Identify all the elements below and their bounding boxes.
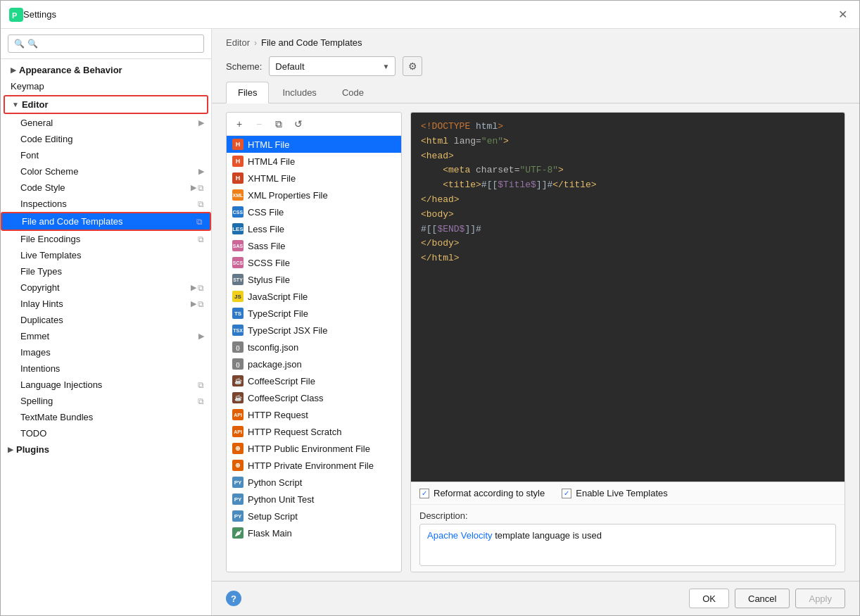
tab-code[interactable]: Code bbox=[330, 82, 376, 103]
sidebar-item-editor[interactable]: ▼ Editor bbox=[5, 96, 207, 113]
cancel-button[interactable]: Cancel bbox=[735, 589, 790, 608]
xml-icon: XML bbox=[232, 189, 244, 201]
remove-template-button[interactable]: − bbox=[251, 115, 267, 132]
sidebar-item-images[interactable]: Images bbox=[1, 344, 211, 360]
breadcrumb-current: File and Code Templates bbox=[261, 37, 362, 48]
file-list-panel: + − ⧉ ↺ H HTML File H HTML4 File bbox=[226, 112, 402, 572]
code-line-10: </html> bbox=[421, 251, 835, 266]
file-item-ts[interactable]: TS TypeScript File bbox=[227, 305, 401, 322]
search-input[interactable] bbox=[27, 39, 198, 49]
file-item-tsx[interactable]: TSX TypeScript JSX File bbox=[227, 322, 401, 339]
breadcrumb-parent: Editor bbox=[226, 37, 250, 48]
file-item-scss[interactable]: SCS SCSS File bbox=[227, 254, 401, 271]
help-button[interactable]: ? bbox=[226, 591, 241, 606]
sidebar-item-font[interactable]: Font bbox=[1, 147, 211, 163]
sidebar-item-keymap[interactable]: Keymap bbox=[1, 78, 211, 94]
sidebar-item-emmet[interactable]: Emmet ▶ bbox=[1, 328, 211, 344]
sidebar-item-intentions[interactable]: Intentions bbox=[1, 360, 211, 377]
sidebar-item-duplicates[interactable]: Duplicates bbox=[1, 312, 211, 328]
file-item-http-scratch[interactable]: API HTTP Request Scratch bbox=[227, 423, 401, 440]
code-style-arrow: ▶ bbox=[191, 183, 196, 192]
stylus-icon: STY bbox=[232, 274, 244, 285]
live-templates-checkbox[interactable]: ✓ Enable Live Templates bbox=[562, 488, 668, 498]
gear-button[interactable]: ⚙ bbox=[403, 56, 422, 76]
sidebar-item-spelling[interactable]: Spelling ⧉ bbox=[1, 393, 211, 409]
file-item-js[interactable]: JS JavaScript File bbox=[227, 288, 401, 305]
apache-velocity-link[interactable]: Apache Velocity bbox=[427, 530, 493, 541]
ok-button[interactable]: OK bbox=[689, 589, 729, 608]
sidebar-item-live-templates[interactable]: Live Templates bbox=[1, 247, 211, 263]
file-item-package[interactable]: {} package.json bbox=[227, 356, 401, 372]
file-item-http-request[interactable]: API HTTP Request bbox=[227, 406, 401, 423]
coffee-class-icon: ☕ bbox=[232, 392, 244, 403]
sidebar-item-file-encodings[interactable]: File Encodings ⧉ bbox=[1, 231, 211, 247]
file-item-coffeescript-class[interactable]: ☕ CoffeeScript Class bbox=[227, 389, 401, 406]
search-icon: 🔍 bbox=[14, 39, 25, 49]
tab-includes[interactable]: Includes bbox=[270, 82, 328, 103]
sidebar-item-copyright[interactable]: Copyright ▶ ⧉ bbox=[1, 279, 211, 296]
file-item-tsconfig[interactable]: {} tsconfig.json bbox=[227, 339, 401, 356]
add-template-button[interactable]: + bbox=[231, 115, 248, 132]
file-item-http-private-env[interactable]: ⊕ HTTP Private Environment File bbox=[227, 457, 401, 474]
scheme-label: Scheme: bbox=[226, 61, 262, 72]
code-style-icon: ⧉ bbox=[198, 183, 204, 193]
sidebar-item-todo[interactable]: TODO bbox=[1, 425, 211, 441]
code-line-3: <head> bbox=[421, 149, 835, 164]
code-line-1: <!DOCTYPE html> bbox=[421, 120, 835, 134]
sidebar-item-color-scheme[interactable]: Color Scheme ▶ bbox=[1, 163, 211, 180]
http-icon: API bbox=[232, 409, 244, 420]
file-item-xml-properties[interactable]: XML XML Properties File bbox=[227, 187, 401, 203]
reformat-checkbox[interactable]: ✓ Reformat according to style bbox=[419, 488, 545, 498]
editor-panel: <!DOCTYPE html> <html lang="en"> <head> … bbox=[410, 112, 845, 572]
sidebar-item-appearance[interactable]: ▶ Appearance & Behavior bbox=[1, 62, 211, 78]
sidebar-item-file-templates[interactable]: File and Code Templates ⧉ bbox=[1, 212, 211, 231]
copy-template-button[interactable]: ⧉ bbox=[270, 115, 287, 132]
live-templates-label: Enable Live Templates bbox=[576, 488, 668, 498]
scheme-value: Default bbox=[275, 61, 304, 72]
reformat-checkbox-box: ✓ bbox=[419, 489, 429, 498]
reset-template-button[interactable]: ↺ bbox=[290, 115, 307, 132]
file-item-coffeescript[interactable]: ☕ CoffeeScript File bbox=[227, 372, 401, 389]
code-area[interactable]: <!DOCTYPE html> <html lang="en"> <head> … bbox=[411, 113, 845, 482]
file-item-flask-main[interactable]: 🌶 Flask Main bbox=[227, 524, 401, 541]
titlebar: P Settings ✕ bbox=[1, 1, 859, 29]
sidebar-item-code-style[interactable]: Code Style ▶ ⧉ bbox=[1, 180, 211, 196]
sidebar-item-file-types[interactable]: File Types bbox=[1, 263, 211, 279]
close-button[interactable]: ✕ bbox=[834, 6, 851, 23]
file-item-python-script[interactable]: PY Python Script bbox=[227, 474, 401, 491]
file-list-toolbar: + − ⧉ ↺ bbox=[227, 113, 401, 136]
file-item-html4-file[interactable]: H HTML4 File bbox=[227, 153, 401, 170]
breadcrumb: Editor › File and Code Templates bbox=[212, 29, 859, 54]
code-line-4: <meta charset="UTF-8"> bbox=[421, 163, 835, 178]
flask-icon: 🌶 bbox=[232, 527, 244, 539]
scheme-row: Scheme: Default ▼ ⚙ bbox=[212, 54, 859, 82]
description-box: Apache Velocity template language is use… bbox=[419, 524, 836, 566]
file-item-html-file[interactable]: H HTML File bbox=[227, 136, 401, 153]
settings-window: P Settings ✕ 🔍 ▶ Appearance & Behavior bbox=[0, 0, 860, 616]
file-item-python-unit-test[interactable]: PY Python Unit Test bbox=[227, 491, 401, 508]
file-item-less[interactable]: LES Less File bbox=[227, 220, 401, 237]
file-item-http-public-env[interactable]: ⊕ HTTP Public Environment File bbox=[227, 440, 401, 457]
file-item-setup-script[interactable]: PY Setup Script bbox=[227, 508, 401, 524]
sidebar-item-inspections[interactable]: Inspections ⧉ bbox=[1, 196, 211, 212]
file-item-css[interactable]: CSS CSS File bbox=[227, 203, 401, 220]
sidebar: 🔍 ▶ Appearance & Behavior Keymap bbox=[1, 29, 212, 615]
sass-icon: SAS bbox=[232, 240, 244, 251]
breadcrumb-separator: › bbox=[254, 38, 257, 48]
ih-icon: ⧉ bbox=[198, 299, 204, 309]
sidebar-items: ▶ Appearance & Behavior Keymap ▼ Editor bbox=[1, 59, 211, 615]
sidebar-item-inlay-hints[interactable]: Inlay Hints ▶ ⧉ bbox=[1, 296, 211, 312]
search-field-wrapper[interactable]: 🔍 bbox=[8, 34, 204, 53]
sidebar-item-code-editing[interactable]: Code Editing bbox=[1, 131, 211, 147]
apply-button[interactable]: Apply bbox=[795, 589, 845, 608]
code-line-6: </head> bbox=[421, 193, 835, 208]
sidebar-item-plugins[interactable]: ▶ Plugins bbox=[1, 441, 211, 458]
scheme-dropdown[interactable]: Default ▼ bbox=[269, 56, 396, 76]
sidebar-item-textmate[interactable]: TextMate Bundles bbox=[1, 409, 211, 425]
tab-files[interactable]: Files bbox=[226, 82, 269, 103]
file-item-sass[interactable]: SAS Sass File bbox=[227, 237, 401, 254]
sidebar-item-general[interactable]: General ▶ bbox=[1, 115, 211, 131]
sidebar-item-language-injections[interactable]: Language Injections ⧉ bbox=[1, 377, 211, 393]
file-item-xhtml-file[interactable]: H XHTML File bbox=[227, 170, 401, 187]
file-item-stylus[interactable]: STY Stylus File bbox=[227, 271, 401, 288]
